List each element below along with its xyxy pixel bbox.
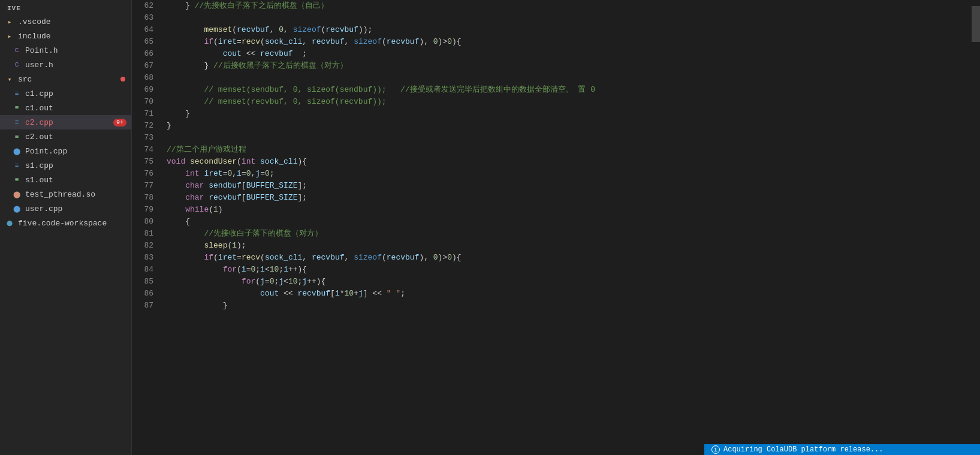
sidebar-header: IVE [0, 0, 131, 14]
status-bar: i Acquiring ColaUDB platform release... [704, 444, 980, 455]
sidebar-item-label: s1.out [25, 176, 53, 185]
folder-icon: ▸ [5, 31, 14, 41]
code-line-81: //先接收白子落下的棋盘（对方） [167, 228, 966, 240]
code-area[interactable]: } //先接收白子落下之后的棋盘（自己） memset(recvbuf, 0, … [161, 0, 972, 455]
info-icon: i [711, 445, 720, 454]
sidebar-item-point-h[interactable]: C Point.h [0, 43, 131, 58]
file-icon: ≡ [12, 103, 22, 113]
code-line-77: char sendbuf[BUFFER_SIZE]; [167, 180, 966, 192]
sidebar-item-vscode[interactable]: ▸ .vscode [0, 14, 131, 29]
code-line-74: //第二个用户游戏过程 [167, 144, 966, 156]
sidebar-item-c2-out[interactable]: ≡ c2.out [0, 129, 131, 144]
code-line-82: sleep(1); [167, 240, 966, 252]
code-line-73 [167, 132, 966, 144]
sidebar-item-label: c2.out [25, 132, 53, 141]
sidebar-item-c1-cpp[interactable]: ≡ c1.cpp [0, 86, 131, 101]
sidebar-item-label: Point.cpp [25, 147, 67, 156]
sidebar-item-label: Point.h [25, 46, 58, 55]
status-text: Acquiring ColaUDB platform release... [723, 445, 883, 454]
sidebar-item-label: s1.cpp [25, 161, 53, 170]
line-numbers: 6263646566676869707172737475767778798081… [132, 0, 161, 455]
code-line-62: } //先接收白子落下之后的棋盘（自己） [167, 0, 966, 12]
modified-dot [120, 77, 125, 82]
file-icon: ≡ [12, 161, 22, 170]
sidebar-item-label: c2.cpp [25, 118, 53, 127]
file-icon: ⬤ [5, 218, 14, 228]
sidebar-item-s1-out[interactable]: ≡ s1.out [0, 173, 131, 187]
file-icon: ≡ [12, 175, 22, 185]
code-line-78: char recvbuf[BUFFER_SIZE]; [167, 192, 966, 204]
sidebar-item-label: user.cpp [25, 204, 62, 213]
sidebar-item-point-cpp[interactable]: ⬤ Point.cpp [0, 144, 131, 158]
sidebar-item-src[interactable]: ▾ src [0, 72, 131, 86]
code-line-72: } [167, 120, 966, 132]
code-line-87: } [167, 300, 966, 312]
folder-icon: ▸ [5, 17, 14, 26]
file-icon: C [12, 46, 22, 55]
code-line-66: cout << recvbuf ; [167, 48, 966, 60]
code-line-85: for(j=0;j<10;j++){ [167, 276, 966, 288]
code-line-69: // memset(sendbuf, 0, sizeof(sendbuf)); … [167, 84, 966, 96]
folder-icon: ▾ [5, 74, 14, 84]
sidebar-item-label: user.h [25, 61, 53, 70]
code-line-67: } //后接收黑子落下之后的棋盘（对方） [167, 60, 966, 72]
sidebar-item-include[interactable]: ▸ include [0, 29, 131, 43]
sidebar-item-label: c1.cpp [25, 89, 53, 98]
editor-scrollbar[interactable] [972, 0, 980, 455]
sidebar-item-label: .vscode [18, 17, 51, 26]
sidebar: IVE ▸ .vscode ▸ include C Point.h C user… [0, 0, 132, 455]
file-icon: ≡ [12, 132, 22, 141]
code-line-70: // memset(recvbuf, 0, sizeof(recvbuf)); [167, 96, 966, 108]
code-line-83: if(iret=recv(sock_cli, recvbuf, sizeof(r… [167, 252, 966, 264]
editor: 6263646566676869707172737475767778798081… [132, 0, 980, 455]
code-line-71: } [167, 108, 966, 120]
code-line-76: int iret=0,i=0,j=0; [167, 168, 966, 180]
sidebar-item-label: five.code-workspace [18, 219, 107, 228]
code-line-68 [167, 72, 966, 84]
file-icon: ≡ [12, 117, 22, 127]
code-line-84: for(i=0;i<10;i++){ [167, 264, 966, 276]
sidebar-item-user-h[interactable]: C user.h [0, 58, 131, 72]
sidebar-item-label: test_pthread.so [25, 190, 95, 199]
sidebar-item-s1-cpp[interactable]: ≡ s1.cpp [0, 158, 131, 173]
file-icon: ⬤ [12, 189, 22, 199]
file-icon: ≡ [12, 89, 22, 98]
code-line-64: memset(recvbuf, 0, sizeof(recvbuf)); [167, 24, 966, 36]
sidebar-item-label: c1.out [25, 104, 53, 113]
sidebar-item-label: src [18, 75, 32, 84]
change-badge: 9+ [113, 119, 126, 126]
file-icon: ⬤ [12, 204, 22, 213]
code-line-79: while(1) [167, 204, 966, 216]
code-line-86: cout << recvbuf[i*10+j] << " "; [167, 288, 966, 300]
scrollbar-thumb[interactable] [972, 6, 980, 42]
code-line-75: void secondUser(int sock_cli){ [167, 156, 966, 168]
code-line-80: { [167, 216, 966, 228]
sidebar-item-test-pthread[interactable]: ⬤ test_pthread.so [0, 187, 131, 201]
sidebar-item-c2-cpp[interactable]: ≡ c2.cpp 9+ [0, 115, 131, 129]
sidebar-item-c1-out[interactable]: ≡ c1.out [0, 101, 131, 115]
sidebar-item-workspace[interactable]: ⬤ five.code-workspace [0, 216, 131, 230]
file-icon: ⬤ [12, 146, 22, 156]
sidebar-item-user-cpp[interactable]: ⬤ user.cpp [0, 201, 131, 216]
code-line-63 [167, 12, 966, 24]
code-line-65: if(iret=recv(sock_cli, recvbuf, sizeof(r… [167, 36, 966, 48]
file-icon: C [12, 60, 22, 70]
sidebar-item-label: include [18, 32, 51, 41]
